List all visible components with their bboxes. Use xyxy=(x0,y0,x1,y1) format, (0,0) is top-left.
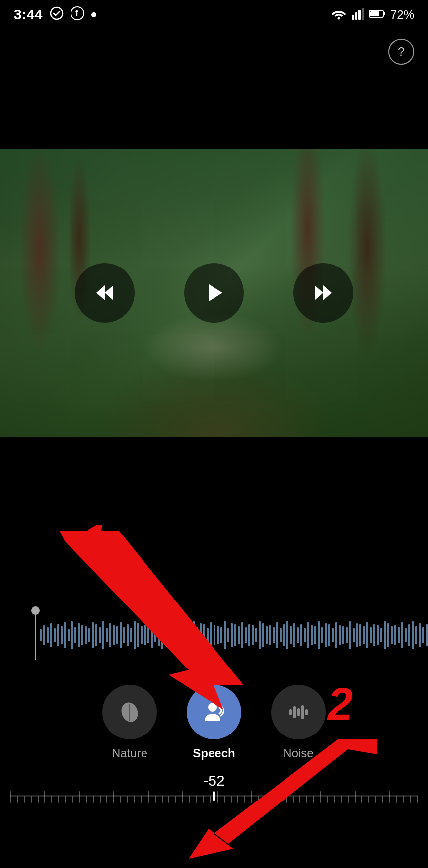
slider-thumb[interactable] xyxy=(213,791,215,801)
svg-rect-5 xyxy=(355,12,357,20)
noise-circle xyxy=(271,685,326,739)
category-item-noise[interactable]: Noise xyxy=(271,685,326,760)
playhead-dot xyxy=(31,606,40,615)
notification-dot xyxy=(91,12,96,17)
svg-marker-15 xyxy=(323,285,332,300)
nature-label: Nature xyxy=(112,746,147,760)
question-mark-icon: ? xyxy=(398,45,404,59)
svg-rect-4 xyxy=(352,15,354,20)
svg-rect-20 xyxy=(293,706,296,718)
slider-track[interactable] xyxy=(10,795,418,797)
waveform-bars xyxy=(40,615,418,655)
speech-circle xyxy=(187,685,241,739)
svg-rect-6 xyxy=(358,10,361,20)
battery-icon xyxy=(369,9,385,20)
battery-percent: 72% xyxy=(390,8,414,22)
svg-marker-11 xyxy=(96,285,105,300)
status-right: 72% xyxy=(331,8,414,22)
playhead xyxy=(35,610,36,660)
svg-rect-7 xyxy=(362,8,364,20)
signal-icon xyxy=(352,8,364,22)
task-icon xyxy=(50,6,64,23)
fast-forward-button[interactable] xyxy=(293,263,353,323)
facebook-icon: f xyxy=(71,6,84,23)
video-player[interactable] xyxy=(0,149,428,437)
svg-point-0 xyxy=(51,7,63,19)
player-controls xyxy=(0,263,428,323)
svg-rect-21 xyxy=(297,708,300,716)
svg-rect-9 xyxy=(383,12,385,15)
category-row: Nature Speech xyxy=(92,685,336,760)
speech-label: Speech xyxy=(193,746,235,760)
category-item-speech[interactable]: Speech xyxy=(187,685,241,760)
middle-black-area xyxy=(0,437,428,596)
svg-point-3 xyxy=(337,17,340,20)
status-bar: 3:44 f 72% xyxy=(0,0,428,30)
svg-text:f: f xyxy=(75,8,79,18)
top-black-area: ? xyxy=(0,30,428,149)
wifi-icon xyxy=(331,8,347,22)
play-button[interactable] xyxy=(184,263,244,323)
status-time: 3:44 xyxy=(14,7,43,23)
value-number: -52 xyxy=(203,772,224,789)
svg-point-18 xyxy=(208,703,217,712)
svg-marker-13 xyxy=(209,284,222,301)
svg-rect-10 xyxy=(370,11,379,16)
noise-label: Noise xyxy=(283,746,313,760)
waveform-track xyxy=(10,610,418,660)
svg-rect-22 xyxy=(301,705,304,719)
help-button[interactable]: ? xyxy=(388,39,414,65)
svg-marker-12 xyxy=(105,285,113,300)
svg-rect-23 xyxy=(305,709,308,715)
rewind-button[interactable] xyxy=(75,263,135,323)
status-left: 3:44 f xyxy=(14,6,96,23)
category-section: Nature Speech xyxy=(0,675,428,765)
slider-section[interactable] xyxy=(0,791,428,807)
nature-circle xyxy=(102,685,157,739)
category-item-nature[interactable]: Nature xyxy=(102,685,157,760)
waveform-section[interactable] xyxy=(0,596,428,675)
svg-rect-19 xyxy=(289,709,292,715)
svg-marker-14 xyxy=(315,285,323,300)
